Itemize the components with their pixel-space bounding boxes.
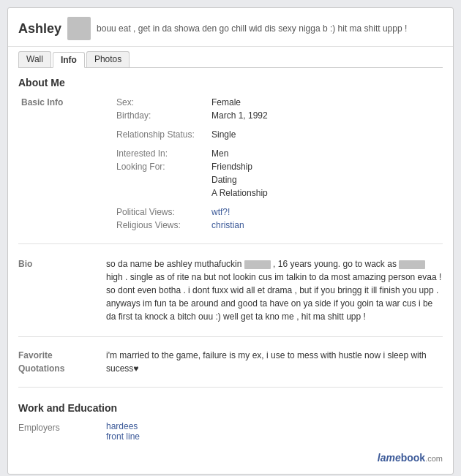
looking-value-relationship: A Relationship (209, 186, 443, 200)
religious-row: Religious Views: christian (18, 219, 443, 232)
birthday-label: Birthday: (113, 109, 209, 122)
religious-link[interactable]: christian (211, 220, 244, 230)
relationship-label: Relationship Status: (113, 128, 209, 141)
looking-row3: A Relationship (18, 186, 443, 200)
redacted-2 (399, 260, 425, 269)
basic-info-label-row: Basic Info Sex: Female (18, 96, 443, 109)
sex-value: Female (209, 96, 443, 109)
interested-row: Interested In: Men (18, 147, 443, 160)
watermark-book: book (401, 452, 425, 464)
employers-value: hardees front line (106, 421, 140, 442)
employer-position-link[interactable]: front line (106, 431, 140, 442)
favorite-row: FavoriteQuotations i'm married to the ga… (18, 349, 443, 375)
political-link[interactable]: wtf?! (211, 207, 230, 217)
basic-info-label: Basic Info (18, 96, 113, 122)
religious-value: christian (209, 219, 443, 232)
looking-row2: Dating (18, 173, 443, 186)
watermark-dotcom: .com (425, 454, 443, 463)
tabs-bar: Wall Info Photos (8, 47, 453, 67)
spacer-row (18, 122, 443, 128)
divider-work (18, 387, 443, 388)
watermark-lame: lame (378, 452, 401, 464)
about-me-title: About Me (18, 77, 443, 88)
looking-row1: Looking For: Friendship (18, 160, 443, 173)
bio-label: Bio (18, 257, 106, 323)
political-row: Political Views: wtf?! (18, 205, 443, 219)
spacer-row3 (18, 200, 443, 205)
looking-label: Looking For: (113, 160, 209, 173)
bio-text: so da name be ashley muthafuckin , 16 ye… (106, 257, 443, 323)
looking-empty (18, 160, 113, 173)
employers-row: Employers hardees front line (18, 421, 443, 442)
relationship-row: Relationship Status: Single (18, 128, 443, 141)
divider-bio (18, 243, 443, 244)
profile-header: Ashley bouu eat , get in da showa den go… (8, 8, 453, 47)
interested-empty (18, 147, 113, 160)
profile-status: bouu eat , get in da showa den go chill … (97, 23, 443, 34)
watermark: lamebook.com (8, 447, 453, 466)
looking-value-dating: Dating (209, 173, 443, 186)
about-me-section: About Me Basic Info Sex: Female Birthday… (8, 68, 453, 238)
spacer-row2 (18, 141, 443, 147)
tab-photos[interactable]: Photos (86, 51, 130, 67)
tab-info[interactable]: Info (53, 52, 85, 68)
interested-value: Men (209, 147, 443, 160)
religious-label: Religious Views: (113, 219, 209, 232)
religious-empty (18, 219, 113, 232)
political-empty (18, 205, 113, 219)
bio-section: Bio so da name be ashley muthafuckin , 1… (8, 250, 453, 330)
favorite-quotations-value: i'm married to the game, failure is my e… (106, 349, 443, 375)
work-education-section: Work and Education Employers hardees fro… (8, 393, 453, 447)
profile-name: Ashley (18, 21, 61, 37)
profile-card: Ashley bouu eat , get in da showa den go… (7, 7, 454, 475)
relationship-empty (18, 128, 113, 141)
work-education-title: Work and Education (18, 402, 443, 414)
relationship-value: Single (209, 128, 443, 141)
political-label: Political Views: (113, 205, 209, 219)
bio-row: Bio so da name be ashley muthafuckin , 1… (18, 257, 443, 323)
favorite-quotations-section: FavoriteQuotations i'm married to the ga… (8, 343, 453, 381)
looking-value-friendship: Friendship (209, 160, 443, 173)
favorite-quotations-label: FavoriteQuotations (18, 349, 106, 375)
employer-name-link[interactable]: hardees (106, 421, 140, 431)
interested-label: Interested In: (113, 147, 209, 160)
redacted-1 (244, 260, 271, 269)
birthday-value: March 1, 1992 (209, 109, 443, 122)
basic-info-table: Basic Info Sex: Female Birthday: March 1… (18, 96, 443, 232)
sex-label: Sex: (113, 96, 209, 109)
tab-wall[interactable]: Wall (18, 51, 51, 67)
employers-label: Employers (18, 421, 106, 442)
divider-quotes (18, 336, 443, 337)
avatar (67, 17, 91, 40)
political-value: wtf?! (209, 205, 443, 219)
